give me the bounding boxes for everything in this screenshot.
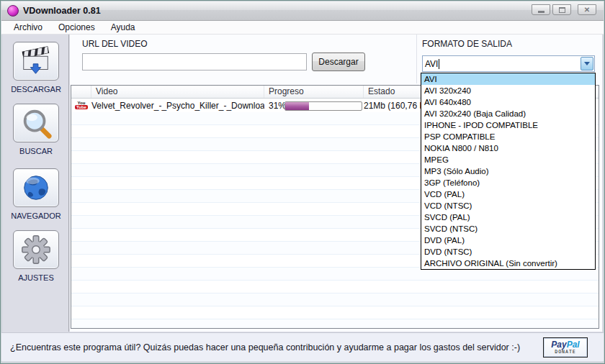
descargar-button[interactable] (13, 42, 59, 81)
format-dropdown-option[interactable]: AVI (421, 73, 595, 85)
sidebar-item-buscar[interactable]: BUSCAR (3, 104, 69, 155)
sidebar-label-buscar: BUSCAR (3, 147, 69, 155)
window-title: VDownloader 0.81 (23, 6, 101, 16)
format-dropdown-option[interactable]: 3GP (Teléfono) (421, 177, 595, 188)
column-header-progreso[interactable]: Progreso (264, 86, 364, 98)
close-icon: ✕ (584, 6, 590, 14)
close-button[interactable]: ✕ (578, 4, 596, 15)
format-label: FORMATO DE SALIDA (422, 39, 512, 49)
donation-message: ¿Encuentras este programa útil? Quizás p… (1, 342, 520, 352)
column-header-icon[interactable] (71, 86, 91, 98)
format-dropdown-option[interactable]: VCD (NTSC) (421, 200, 595, 211)
url-input[interactable] (82, 53, 307, 70)
sidebar-label-descargar: DESCARGAR (3, 85, 69, 94)
buscar-button[interactable] (13, 104, 59, 142)
sidebar-label-navegador: NAVEGADOR (3, 211, 69, 220)
paypal-donate-button[interactable]: PayPal DONATE (543, 337, 588, 358)
paypal-donate-label: DONATE (555, 349, 575, 355)
format-dropdown-list: AVI AVI 320x240 AVI 640x480 AVI 320x240 … (421, 73, 596, 270)
sidebar-label-ajustes: AJUSTES (3, 273, 69, 282)
format-dropdown-option[interactable]: AVI 320x240 (421, 85, 595, 96)
sidebar: DESCARGAR BUSCAR (3, 35, 69, 332)
sidebar-item-descargar[interactable]: DESCARGAR (3, 42, 69, 94)
minimize-button[interactable] (532, 4, 550, 15)
ajustes-button[interactable] (13, 230, 59, 269)
menu-ayuda[interactable]: Ayuda (104, 22, 142, 33)
app-window: VDownloader 0.81 ✕ Archivo Opciones Ayud… (0, 0, 605, 364)
format-dropdown-option[interactable]: MPEG (421, 154, 595, 165)
progress-fill (285, 102, 309, 110)
format-dropdown-option[interactable]: IPHONE - IPOD COMPATIBLE (421, 119, 595, 131)
panel-divider (416, 35, 417, 83)
video-title-cell: Velvet_Revolver_-_Psycho_Killer_-_Downlo… (91, 101, 264, 111)
format-dropdown-option[interactable]: DVD (NTSC) (421, 246, 595, 258)
format-dropdown-option[interactable]: AVI 320x240 (Baja Calidad) (421, 108, 595, 119)
minimize-icon (538, 11, 544, 13)
source-icon-cell: You Tube (71, 101, 91, 112)
progress-bar (284, 101, 362, 111)
app-logo-icon (7, 5, 19, 17)
title-bar[interactable]: VDownloader 0.81 ✕ (1, 1, 604, 21)
text-caret (439, 59, 439, 69)
format-dropdown-option[interactable]: VCD (PAL) (421, 188, 595, 200)
sidebar-item-ajustes[interactable]: AJUSTES (3, 230, 69, 282)
format-dropdown-option[interactable]: NOKIA N800 / N810 (421, 142, 595, 154)
format-dropdown-option[interactable]: ARCHIVO ORIGINAL (Sin convertir) (421, 258, 595, 269)
paypal-logo: PayPal (551, 340, 579, 349)
menu-opciones[interactable]: Opciones (52, 22, 102, 33)
format-dropdown-option[interactable]: SVCD (PAL) (421, 211, 595, 223)
progress-cell: 31% (264, 101, 364, 111)
progress-percent: 31% (264, 101, 284, 111)
format-dropdown-option[interactable]: DVD (PAL) (421, 235, 595, 246)
chevron-down-icon (584, 62, 590, 65)
maximize-icon (559, 7, 565, 13)
gear-icon (19, 233, 53, 266)
url-label: URL DEL VIDEO (82, 39, 147, 49)
magnifier-icon (19, 106, 53, 140)
column-header-video[interactable]: Video (91, 86, 264, 98)
format-dropdown-option[interactable]: SVCD (NTSC) (421, 223, 595, 235)
format-dropdown-button[interactable] (581, 57, 593, 70)
format-dropdown-option[interactable]: PSP COMPATIBLE (421, 131, 595, 142)
format-combobox[interactable]: AVI (422, 55, 595, 72)
clapperboard-download-icon (19, 45, 53, 78)
maximize-button[interactable] (552, 4, 571, 15)
format-dropdown-option[interactable]: MP3 (Sólo Audio) (421, 165, 595, 177)
menu-archivo[interactable]: Archivo (7, 22, 49, 33)
navegador-button[interactable] (13, 168, 59, 207)
format-dropdown-option[interactable]: AVI 640x480 (421, 96, 595, 108)
descargar-submit-button[interactable]: Descargar (312, 53, 365, 71)
menu-bar: Archivo Opciones Ayuda (1, 21, 604, 35)
footer-bar: ¿Encuentras este programa útil? Quizás p… (1, 332, 604, 361)
sidebar-item-navegador[interactable]: NAVEGADOR (3, 168, 69, 220)
globe-icon (19, 171, 53, 204)
window-controls: ✕ (532, 4, 596, 15)
youtube-icon: You Tube (73, 101, 89, 112)
format-combobox-value[interactable]: AVI (423, 59, 438, 69)
